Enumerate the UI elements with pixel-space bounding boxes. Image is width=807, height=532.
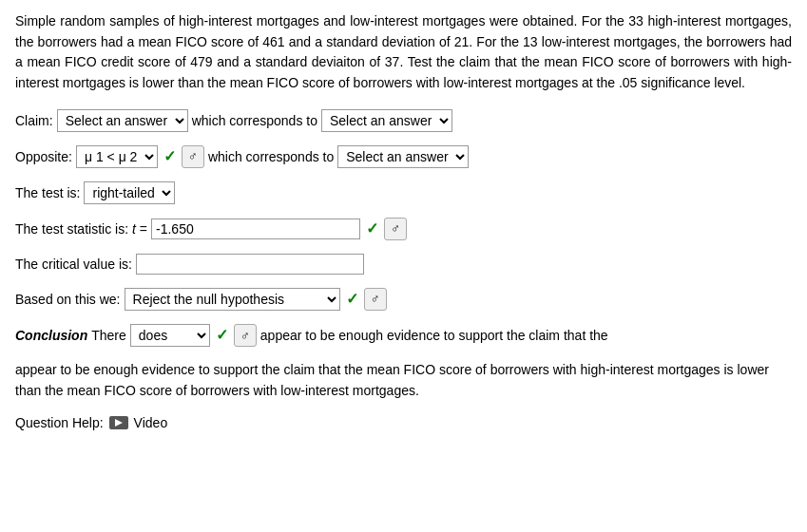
intro-text: Simple random samples of high-interest m… [15, 11, 792, 94]
opposite-select[interactable]: μ 1 < μ 2 μ 1 > μ 2 μ 1 = μ 2 μ 1 ≠ μ 2 [76, 145, 158, 168]
statistic-check-icon: ✓ [366, 219, 378, 238]
conclusion-row: Conclusion There does does not ✓ ♂ appea… [15, 324, 792, 348]
conclusion-rest-text: appear to be enough evidence to support … [15, 360, 792, 401]
critical-input[interactable] [136, 254, 364, 275]
claim-select[interactable]: Select an answer μ 1 < μ 2 μ 1 > μ 2 μ 1… [57, 109, 188, 132]
based-label: Based on this we: [15, 292, 121, 307]
video-icon[interactable] [109, 416, 128, 429]
based-check-icon: ✓ [346, 290, 358, 308]
opposite-row: Opposite: μ 1 < μ 2 μ 1 > μ 2 μ 1 = μ 2 … [15, 145, 792, 168]
opposite-label: Opposite: [15, 149, 72, 164]
conclusion-label: Conclusion [15, 328, 87, 343]
statistic-label: The test statistic is: [15, 221, 128, 237]
based-row: Based on this we: Reject the null hypoth… [15, 288, 792, 311]
test-is-select[interactable]: right-tailed left-tailed two-tailed [84, 181, 175, 204]
conclusion-rest-start: appear to be enough evidence to support … [260, 328, 608, 343]
conclusion-does-select[interactable]: does does not [130, 324, 210, 347]
opposite-corresponds-label: which corresponds to [208, 149, 334, 164]
opposite-male-icon[interactable]: ♂ [182, 145, 204, 168]
critical-label: The critical value is: [15, 256, 132, 272]
based-male-icon[interactable]: ♂ [364, 288, 387, 311]
statistic-input[interactable] [151, 218, 360, 239]
claim-corresponds-select[interactable]: Select an answer H0 H1 [321, 109, 452, 132]
claim-row: Claim: Select an answer μ 1 < μ 2 μ 1 > … [15, 109, 792, 132]
statistic-male-icon[interactable]: ♂ [384, 218, 407, 240]
test-is-label: The test is: [15, 185, 80, 200]
claim-label: Claim: [15, 113, 53, 128]
question-help-label: Question Help: [15, 415, 104, 430]
opposite-check-icon: ✓ [163, 147, 176, 165]
conclusion-there: There [91, 328, 126, 343]
conclusion-check-icon: ✓ [216, 326, 228, 344]
opposite-corresponds-select[interactable]: Select an answer H0 H1 [337, 145, 469, 168]
question-help-row: Question Help: Video [15, 415, 792, 430]
test-is-row: The test is: right-tailed left-tailed tw… [15, 181, 792, 204]
statistic-t-label: t = [132, 221, 147, 237]
video-label[interactable]: Video [134, 415, 168, 430]
statistic-row: The test statistic is: t = ✓ ♂ [15, 218, 792, 240]
based-select[interactable]: Reject the null hypothesis Fail to rejec… [125, 288, 340, 311]
claim-corresponds-label: which corresponds to [192, 113, 317, 128]
critical-row: The critical value is: [15, 254, 792, 275]
conclusion-male-icon[interactable]: ♂ [234, 324, 257, 347]
